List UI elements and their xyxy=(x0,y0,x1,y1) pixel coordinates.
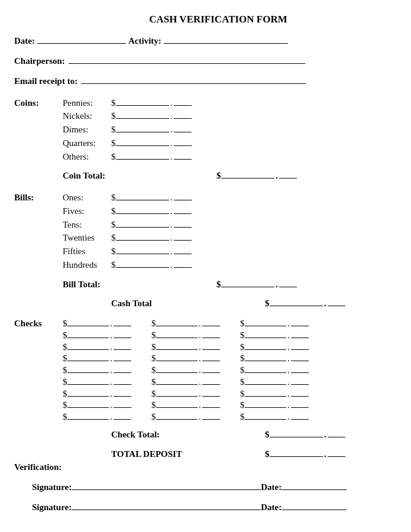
bill-total-amount[interactable]: $. xyxy=(216,279,297,290)
check-amount[interactable]: $. xyxy=(63,342,131,353)
check-row: $.$.$. xyxy=(14,365,397,376)
date-label: Date: xyxy=(14,35,35,47)
check-amount[interactable]: $. xyxy=(63,411,131,423)
signature-field[interactable] xyxy=(72,501,261,510)
coin-amount[interactable]: $. xyxy=(111,151,192,163)
total-deposit-row: TOTAL DEPOSIT $. xyxy=(14,449,397,460)
bill-label: Fifties xyxy=(63,246,111,257)
cash-total-amount[interactable]: $. xyxy=(265,298,345,309)
verification-header: Verification: xyxy=(14,462,397,473)
check-row: Checks$.$.$. xyxy=(14,318,397,329)
signature-row-1: Signature: Date: xyxy=(32,481,397,493)
chairperson-label: Chairperson: xyxy=(14,56,65,67)
email-field[interactable] xyxy=(81,75,306,84)
check-row: $.$.$. xyxy=(14,377,397,388)
check-row: $.$.$. xyxy=(14,388,397,400)
check-total-row: Check Total: $. xyxy=(14,429,397,440)
check-amount[interactable]: $. xyxy=(151,330,220,341)
check-amount[interactable]: $. xyxy=(63,353,131,364)
signature-label: Signature: xyxy=(32,482,72,493)
check-amount[interactable]: $. xyxy=(151,400,220,411)
check-total-amount[interactable]: $. xyxy=(265,429,345,440)
row-date-activity: Date: Activity: xyxy=(14,35,397,47)
signature-field[interactable] xyxy=(72,481,261,490)
check-amount[interactable]: $. xyxy=(240,318,309,329)
coins-section: Coins: Pennies: $. Nickels: $. Dimes: $.… xyxy=(14,98,397,182)
coin-label: Nickels: xyxy=(63,111,111,122)
signature-row-2: Signature: Date: xyxy=(32,501,397,513)
row-chairperson: Chairperson: xyxy=(14,55,397,67)
check-amount[interactable]: $. xyxy=(63,400,131,411)
coin-label: Pennies: xyxy=(63,98,111,109)
check-amount[interactable]: $. xyxy=(240,330,309,341)
bill-label: Tens: xyxy=(63,219,111,231)
check-amount[interactable]: $. xyxy=(240,365,309,376)
check-amount[interactable]: $. xyxy=(63,377,131,388)
email-label: Email receipt to: xyxy=(14,76,77,87)
activity-label: Activity: xyxy=(128,35,161,47)
bills-header: Bills: xyxy=(14,192,63,203)
check-amount[interactable]: $. xyxy=(240,388,309,400)
check-row: $.$.$. xyxy=(14,330,397,341)
check-amount[interactable]: $. xyxy=(63,318,131,329)
check-row: $.$.$. xyxy=(14,400,397,411)
check-amount[interactable]: $. xyxy=(151,377,220,388)
bill-amount[interactable]: $. xyxy=(111,259,192,271)
bills-section: Bills: Ones: $. Fives: $. Tens: $. Twent… xyxy=(14,192,397,290)
coin-label: Dimes: xyxy=(63,124,111,135)
bill-label: Ones: xyxy=(63,192,111,203)
check-total-label: Check Total: xyxy=(111,429,265,440)
check-row: $.$.$. xyxy=(14,353,397,364)
coin-label: Others: xyxy=(63,151,111,163)
check-amount[interactable]: $. xyxy=(151,388,220,400)
bill-label: Fives: xyxy=(63,206,111,217)
signature-label: Signature: xyxy=(32,502,72,513)
bill-amount[interactable]: $. xyxy=(111,232,192,244)
check-amount[interactable]: $. xyxy=(240,400,309,411)
check-amount[interactable]: $. xyxy=(240,353,309,364)
activity-field[interactable] xyxy=(164,35,288,44)
check-amount[interactable]: $. xyxy=(151,353,220,364)
coin-total-amount[interactable]: $. xyxy=(216,170,297,181)
check-row: $.$.$. xyxy=(14,411,397,423)
check-amount[interactable]: $. xyxy=(240,377,309,388)
chairperson-field[interactable] xyxy=(69,55,305,64)
sig-date-field[interactable] xyxy=(281,501,347,510)
coin-amount[interactable]: $. xyxy=(111,98,192,109)
sig-date-field[interactable] xyxy=(281,481,347,490)
bill-total-label: Bill Total: xyxy=(63,279,216,290)
cash-total-row: Cash Total $. xyxy=(14,298,397,309)
coin-amount[interactable]: $. xyxy=(111,124,192,135)
coin-amount[interactable]: $. xyxy=(111,111,192,122)
date-field[interactable] xyxy=(37,35,126,44)
check-amount[interactable]: $. xyxy=(63,330,131,341)
cash-total-label: Cash Total xyxy=(111,298,265,309)
total-deposit-amount[interactable]: $. xyxy=(265,449,345,460)
form-title: CASH VERIFICATION FORM xyxy=(127,13,310,25)
check-amount[interactable]: $. xyxy=(240,411,309,423)
total-deposit-label: TOTAL DEPOSIT xyxy=(111,449,265,460)
check-amount[interactable]: $. xyxy=(151,318,220,329)
check-row: $.$.$. xyxy=(14,342,397,353)
checks-header: Checks xyxy=(14,318,63,329)
check-amount[interactable]: $. xyxy=(63,388,131,400)
row-email: Email receipt to: xyxy=(14,75,397,87)
bill-label: Twenties xyxy=(63,232,111,244)
checks-section: Checks$.$.$.$.$.$.$.$.$.$.$.$.$.$.$.$.$.… xyxy=(14,318,397,423)
check-amount[interactable]: $. xyxy=(151,365,220,376)
bill-amount[interactable]: $. xyxy=(111,206,192,217)
coins-header: Coins: xyxy=(14,98,63,109)
sig-date-label: Date: xyxy=(261,482,281,493)
coin-label: Quarters: xyxy=(63,138,111,149)
bill-amount[interactable]: $. xyxy=(111,246,192,257)
bill-label: Hundreds xyxy=(63,259,111,271)
check-amount[interactable]: $. xyxy=(151,342,220,353)
check-amount[interactable]: $. xyxy=(151,411,220,423)
check-amount[interactable]: $. xyxy=(63,365,131,376)
bill-amount[interactable]: $. xyxy=(111,219,192,231)
coin-amount[interactable]: $. xyxy=(111,138,192,149)
sig-date-label: Date: xyxy=(261,502,281,513)
coin-total-label: Coin Total: xyxy=(63,170,216,181)
check-amount[interactable]: $. xyxy=(240,342,309,353)
bill-amount[interactable]: $. xyxy=(111,192,192,203)
